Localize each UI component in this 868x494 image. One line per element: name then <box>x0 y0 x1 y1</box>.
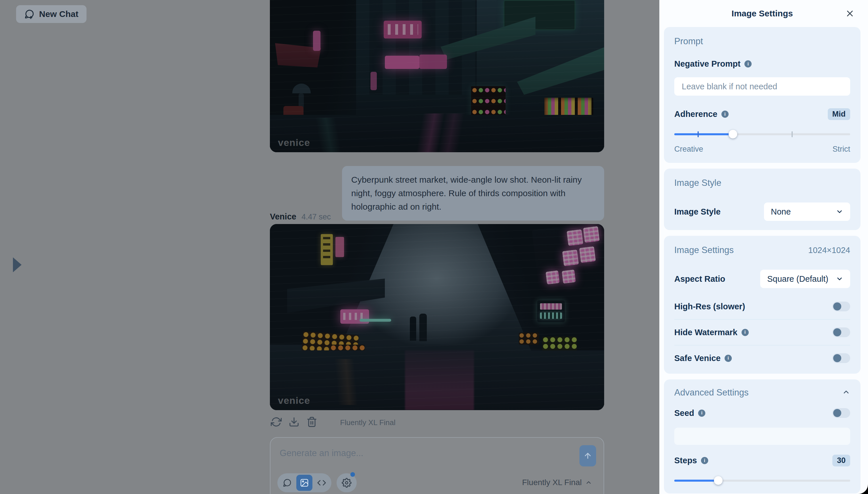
info-icon[interactable]: i <box>741 329 749 336</box>
send-button[interactable] <box>579 445 596 467</box>
steps-row: Steps i 30 <box>674 455 850 467</box>
adherence-label: Adherence <box>674 110 717 119</box>
aspect-ratio-label: Aspect Ratio <box>674 274 725 284</box>
new-chat-icon <box>24 9 35 19</box>
settings-active-dot <box>350 472 355 477</box>
slider-fill <box>674 480 718 482</box>
generated-image-2[interactable]: venice <box>270 224 604 410</box>
new-chat-button[interactable]: New Chat <box>16 5 87 23</box>
slider-tick <box>792 131 793 137</box>
image-settings-panel: Image Settings Prompt Negative Prompt i … <box>659 0 868 494</box>
info-icon[interactable]: i <box>744 60 752 68</box>
chevron-down-icon <box>836 275 843 283</box>
negative-prompt-label: Negative Prompt <box>674 59 740 69</box>
model-caption: Fluently XL Final <box>340 418 395 427</box>
image-icon <box>300 478 309 488</box>
close-icon <box>845 8 855 18</box>
adherence-value-badge: Mid <box>828 108 850 120</box>
aspect-ratio-value: Square (Default) <box>767 274 828 284</box>
download-button[interactable] <box>289 416 299 428</box>
regenerate-button[interactable] <box>271 416 282 428</box>
image-style-dropdown[interactable]: None <box>764 203 850 221</box>
highres-toggle-row: High-Res (slower) <box>674 294 850 319</box>
trash-icon <box>307 416 317 428</box>
safe-venice-toggle[interactable] <box>832 353 850 363</box>
steps-slider[interactable] <box>674 476 850 485</box>
slider-fill <box>674 133 733 135</box>
gear-icon <box>342 478 352 488</box>
adherence-label-row: Adherence i <box>674 110 728 119</box>
info-icon[interactable]: i <box>721 111 728 118</box>
resolution-label: 1024×1024 <box>808 246 850 255</box>
slider-tick <box>698 131 699 137</box>
adherence-slider[interactable] <box>674 130 850 138</box>
assistant-name: Venice <box>270 212 296 222</box>
image-actions <box>271 416 317 428</box>
code-mode-button[interactable] <box>316 478 327 488</box>
hide-watermark-toggle[interactable] <box>832 327 850 337</box>
slider-thumb[interactable] <box>728 130 737 138</box>
image-style-section: Image Style Image Style None <box>664 169 861 230</box>
image-style-label: Image Style <box>674 207 721 216</box>
negative-prompt-input[interactable] <box>674 77 850 96</box>
info-icon[interactable]: i <box>725 355 732 362</box>
steps-label: Steps <box>674 456 697 465</box>
image-style-row: Image Style None <box>674 203 850 221</box>
new-chat-label: New Chat <box>39 9 78 19</box>
steps-label-row: Steps i <box>674 456 708 465</box>
adherence-scale-labels: Creative Strict <box>674 145 850 154</box>
modal-dim-overlay <box>270 224 604 410</box>
advanced-settings-section: Advanced Settings Seed i Steps i 30 <box>664 379 861 493</box>
model-selector-label: Fluently XL Final <box>522 478 582 487</box>
highres-toggle[interactable] <box>832 302 850 311</box>
image-style-value: None <box>771 207 791 216</box>
aspect-ratio-dropdown[interactable]: Square (Default) <box>760 270 850 288</box>
chat-area: New Chat ve <box>0 0 659 494</box>
slider-thumb[interactable] <box>714 476 723 485</box>
image-style-section-title: Image Style <box>674 178 850 188</box>
seed-input[interactable] <box>674 428 850 445</box>
highres-label: High-Res (slower) <box>674 302 745 311</box>
adherence-max-label: Strict <box>832 145 850 154</box>
seed-toggle[interactable] <box>832 408 850 418</box>
image-settings-button[interactable] <box>336 473 357 492</box>
chevron-up-icon <box>842 388 850 396</box>
panel-title: Image Settings <box>732 8 793 18</box>
sidebar-expand-handle[interactable] <box>13 257 22 272</box>
image-settings-section-title: Image Settings <box>674 245 734 255</box>
safe-venice-label-row: Safe Venice i <box>674 354 732 363</box>
venice-watermark: venice <box>278 395 310 406</box>
generated-image-1[interactable]: venice <box>270 0 604 152</box>
chat-bubble-icon <box>282 478 292 488</box>
seed-label: Seed <box>674 408 694 418</box>
arrow-up-icon <box>584 452 592 460</box>
delete-button[interactable] <box>307 416 317 428</box>
collapse-section-button[interactable] <box>842 388 850 397</box>
safe-venice-label: Safe Venice <box>674 354 721 363</box>
image-mode-button-active[interactable] <box>296 475 312 491</box>
model-selector[interactable]: Fluently XL Final <box>522 478 592 487</box>
prompt-section: Prompt Negative Prompt i Adherence i Mid <box>664 27 861 163</box>
close-panel-button[interactable] <box>845 8 855 19</box>
aspect-ratio-row: Aspect Ratio Square (Default) <box>674 270 850 288</box>
mode-switcher <box>277 473 331 492</box>
code-icon <box>317 478 326 488</box>
info-icon[interactable]: i <box>698 410 705 417</box>
chevron-up-icon <box>585 479 592 486</box>
negative-prompt-label-row: Negative Prompt i <box>674 59 850 69</box>
image-settings-section: Image Settings 1024×1024 Aspect Ratio Sq… <box>664 236 861 374</box>
advanced-section-title: Advanced Settings <box>674 387 749 398</box>
generation-meta: Venice 4.47 sec <box>270 212 331 222</box>
venice-watermark: venice <box>278 137 310 148</box>
seed-label-row: Seed i <box>674 408 705 418</box>
seed-row: Seed i <box>674 408 850 418</box>
composer[interactable]: Generate an image... <box>270 437 604 494</box>
info-icon[interactable]: i <box>701 457 708 464</box>
hide-watermark-toggle-row: Hide Watermark i <box>674 319 850 345</box>
composer-placeholder: Generate an image... <box>280 448 363 458</box>
steps-value-badge: 30 <box>832 455 850 467</box>
generation-time: 4.47 sec <box>301 212 331 222</box>
composer-toolbar <box>277 473 357 492</box>
regenerate-icon <box>271 416 282 428</box>
chat-mode-button[interactable] <box>282 478 292 488</box>
